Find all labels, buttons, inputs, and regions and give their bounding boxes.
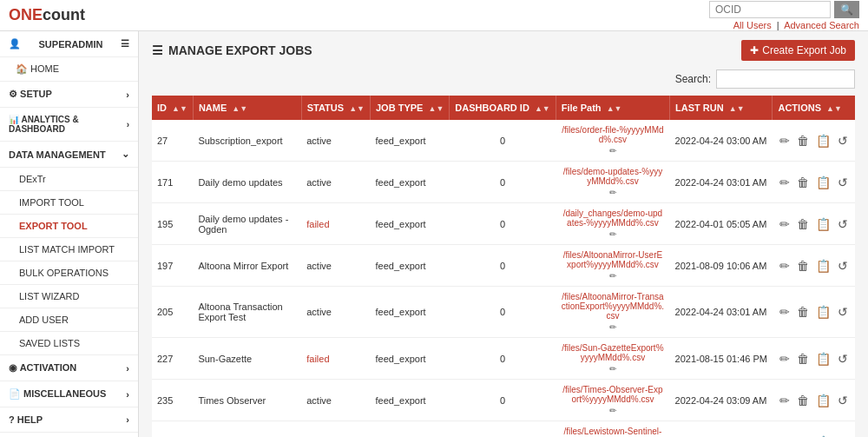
- delete-icon[interactable]: 🗑: [795, 351, 811, 367]
- sidebar-item-activation[interactable]: ◉ ACTIVATION ›: [0, 355, 138, 381]
- copy-icon[interactable]: 📋: [814, 304, 832, 320]
- sidebar-item-dextr[interactable]: DExTr: [0, 168, 138, 191]
- edit-icon[interactable]: ✏: [778, 393, 792, 408]
- header-links: All Users | Advanced Search: [733, 20, 859, 30]
- cell-last-run: 2022-04-24 03:09 AM: [670, 421, 773, 438]
- run-icon[interactable]: ↺: [836, 351, 850, 367]
- search-button[interactable]: 🔍: [834, 1, 859, 18]
- copy-icon[interactable]: 📋: [814, 175, 832, 190]
- cell-file-path: /files/AltoonaMirror-UserExport%yyyyMMdd…: [556, 245, 669, 287]
- sidebar-item-import-tool[interactable]: IMPORT TOOL: [0, 191, 138, 215]
- col-last-run[interactable]: LAST RUN ▲▼: [670, 96, 773, 120]
- delete-icon[interactable]: 🗑: [795, 258, 811, 274]
- all-users-link[interactable]: All Users: [733, 20, 772, 30]
- sidebar-item-home[interactable]: 🏠 HOME: [0, 57, 138, 82]
- copy-icon[interactable]: 📋: [814, 258, 832, 274]
- delete-icon[interactable]: 🗑: [795, 216, 811, 232]
- copy-icon[interactable]: 📋: [814, 393, 832, 408]
- run-icon[interactable]: ↺: [836, 175, 850, 190]
- copy-icon[interactable]: 📋: [814, 434, 832, 438]
- file-path-edit-icon: ✏: [561, 364, 664, 374]
- run-icon[interactable]: ↺: [836, 258, 850, 274]
- cell-last-run: 2022-04-24 03:01 AM: [670, 287, 773, 338]
- cell-id: 235: [152, 380, 193, 421]
- col-file-path[interactable]: File Path ▲▼: [556, 96, 669, 120]
- edit-icon[interactable]: ✏: [778, 133, 792, 149]
- create-export-job-button[interactable]: ✚ Create Export Job: [741, 40, 855, 61]
- data-mgmt-arrow: ⌄: [122, 149, 129, 160]
- edit-icon[interactable]: ✏: [778, 304, 792, 320]
- delete-icon[interactable]: 🗑: [795, 434, 811, 438]
- sidebar-item-list-wizard[interactable]: LIST WIZARD: [0, 285, 138, 308]
- cell-actions: ✏ 🗑 📋 ↺: [773, 120, 855, 162]
- cell-id: 205: [152, 287, 193, 338]
- sidebar-item-analytics[interactable]: 📊 ANALYTICS & DASHBOARD ›: [0, 108, 138, 142]
- cell-file-path: /files/Lewistown-Sentinel-Export%yyyyMMd…: [556, 421, 669, 438]
- sidebar-item-logout[interactable]: ⇒ LOGOUT: [0, 433, 138, 437]
- col-name[interactable]: NAME ▲▼: [193, 96, 301, 120]
- delete-icon[interactable]: 🗑: [795, 304, 811, 320]
- page-title: ☰ MANAGE EXPORT JOBS: [152, 43, 312, 57]
- cell-name: Subscription_export: [193, 120, 301, 162]
- table-row: 171 Daily demo updates active feed_expor…: [152, 162, 855, 203]
- sidebar-user-header[interactable]: 👤 SUPERADMIN ☰: [0, 31, 138, 57]
- cell-id: 227: [152, 338, 193, 380]
- table-search-input[interactable]: [716, 70, 855, 89]
- logo-one: ONE: [9, 6, 43, 24]
- ocid-search-input[interactable]: [709, 1, 831, 18]
- sort-filepath-icon: ▲▼: [607, 104, 622, 113]
- copy-icon[interactable]: 📋: [814, 133, 832, 149]
- edit-icon[interactable]: ✏: [778, 434, 792, 438]
- sidebar-item-export-tool[interactable]: EXPORT TOOL: [0, 215, 138, 238]
- delete-icon[interactable]: 🗑: [795, 133, 811, 149]
- edit-icon[interactable]: ✏: [778, 258, 792, 274]
- cell-status: active: [301, 162, 370, 203]
- edit-icon[interactable]: ✏: [778, 175, 792, 190]
- sidebar-item-miscellaneous[interactable]: 📄 MISCELLANEOUS ›: [0, 381, 138, 407]
- activation-icon: ◉: [9, 362, 17, 373]
- edit-icon[interactable]: ✏: [778, 351, 792, 367]
- header: ONEcount 🔍 All Users | Advanced Search: [0, 0, 868, 31]
- file-path-edit-icon: ✏: [561, 406, 664, 415]
- cell-dashboard-id: 0: [450, 287, 556, 338]
- run-icon[interactable]: ↺: [836, 304, 850, 320]
- plus-icon: ✚: [750, 44, 759, 56]
- sidebar-item-saved-lists[interactable]: SAVED LISTS: [0, 332, 138, 355]
- sidebar-item-list-match-import[interactable]: LIST MATCH IMPORT: [0, 238, 138, 262]
- col-status[interactable]: STATUS ▲▼: [301, 96, 370, 120]
- advanced-search-link[interactable]: Advanced Search: [784, 20, 859, 30]
- sidebar-item-data-management[interactable]: DATA MANAGEMENT ⌄: [0, 142, 138, 168]
- cell-job-type: feed_export: [371, 380, 450, 421]
- copy-icon[interactable]: 📋: [814, 351, 832, 367]
- edit-icon[interactable]: ✏: [778, 216, 792, 232]
- col-id[interactable]: ID ▲▼: [152, 96, 193, 120]
- sort-actions-icon: ▲▼: [826, 104, 842, 113]
- cell-actions: ✏ 🗑 📋 ↺: [773, 162, 855, 203]
- file-path-edit-icon: ✏: [561, 322, 664, 332]
- run-icon[interactable]: ↺: [836, 133, 850, 149]
- run-icon[interactable]: ↺: [836, 216, 850, 232]
- file-path-edit-icon: ✏: [561, 146, 664, 156]
- run-icon[interactable]: ↺: [836, 393, 850, 408]
- sidebar-item-help[interactable]: ? HELP ›: [0, 407, 138, 433]
- copy-icon[interactable]: 📋: [814, 216, 832, 232]
- cell-dashboard-id: 0: [450, 162, 556, 203]
- cell-actions: ✏ 🗑 📋 ↺: [773, 203, 855, 245]
- col-job-type[interactable]: JOB TYPE ▲▼: [371, 96, 450, 120]
- sidebar-item-setup[interactable]: ⚙ SETUP ›: [0, 82, 138, 108]
- delete-icon[interactable]: 🗑: [795, 175, 811, 190]
- delete-icon[interactable]: 🗑: [795, 393, 811, 408]
- sidebar-item-bulk-operations[interactable]: BULK OPERATIONS: [0, 262, 138, 285]
- col-dashboard-id[interactable]: DASHBOARD ID ▲▼: [450, 96, 556, 120]
- cell-dashboard-id: 0: [450, 421, 556, 438]
- run-icon[interactable]: ↺: [836, 434, 850, 438]
- logo: ONEcount: [9, 6, 85, 24]
- table-row: 227 Sun-Gazette failed feed_export 0 /fi…: [152, 338, 855, 380]
- cell-file-path: /files/AltoonaMirror-TransactionExport%y…: [556, 287, 669, 338]
- file-path-edit-icon: ✏: [561, 229, 664, 239]
- sidebar-item-add-user[interactable]: ADD USER: [0, 308, 138, 332]
- cell-actions: ✏ 🗑 📋 ↺: [773, 245, 855, 287]
- cell-actions: ✏ 🗑 📋 ↺: [773, 338, 855, 380]
- sort-lastrun-icon: ▲▼: [729, 104, 745, 113]
- cell-job-type: feed_export: [371, 287, 450, 338]
